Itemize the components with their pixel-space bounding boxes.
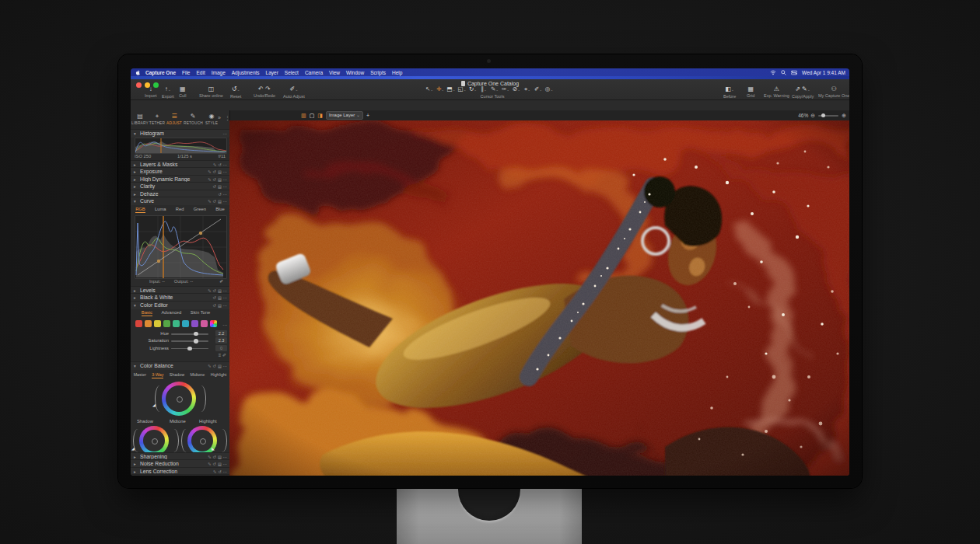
more-icon[interactable]: ⋯: [223, 364, 227, 368]
zoom-slider-knob[interactable]: [821, 113, 825, 117]
control-center-icon[interactable]: [791, 70, 797, 75]
reset-icon[interactable]: ↺: [218, 192, 221, 197]
zoom-slider[interactable]: [818, 115, 838, 117]
menu-item-select[interactable]: Select: [285, 70, 299, 75]
panel-header-vignetting[interactable]: ▸Vignetting ✎↺⋯: [131, 474, 229, 476]
highlight-wheel[interactable]: [187, 426, 217, 455]
lightness-slider-knob[interactable]: [187, 347, 192, 351]
menu-item-window[interactable]: Window: [346, 70, 364, 75]
curve-tab-luma[interactable]: Luma: [155, 207, 166, 213]
more-icon[interactable]: ⋯: [223, 131, 227, 136]
menu-item-view[interactable]: View: [329, 70, 340, 75]
shadow-wheel[interactable]: [139, 426, 169, 455]
more-icon[interactable]: ⋯: [223, 184, 227, 189]
reset-icon[interactable]: ↺: [213, 462, 216, 466]
swatch-more-icon[interactable]: ⋯: [222, 322, 227, 327]
pan-tool[interactable]: ✛⌄: [435, 85, 446, 94]
curve-picker-icon[interactable]: ✐: [219, 279, 223, 284]
compare-view-icon[interactable]: ◨: [317, 113, 323, 119]
wifi-icon[interactable]: [770, 70, 776, 75]
menu-item-scripts[interactable]: Scripts: [370, 70, 386, 75]
more-icon[interactable]: ⋯: [223, 169, 227, 174]
edit-icon[interactable]: ✎: [208, 462, 211, 466]
orientation-tool[interactable]: ⬒⌄: [446, 85, 457, 94]
rotate-tool[interactable]: ↻⌄: [467, 85, 478, 94]
more-icon[interactable]: ⋯: [223, 455, 227, 459]
hue-slider-knob[interactable]: [194, 332, 198, 337]
edit-icon[interactable]: ✎: [208, 455, 211, 459]
before-button[interactable]: ◧⌄Before: [723, 85, 736, 99]
cull-button[interactable]: ▦Cull: [179, 85, 186, 98]
levels-icon[interactable]: ≡: [219, 353, 222, 357]
saturation-slider-knob[interactable]: [194, 339, 198, 343]
more-icon[interactable]: ⋯: [223, 303, 227, 308]
saturation-slider[interactable]: [171, 340, 208, 342]
ce-tab-skin-tone[interactable]: Skin Tone: [191, 310, 210, 316]
hue-value[interactable]: 2.2: [215, 330, 227, 337]
edit-icon[interactable]: ✎: [208, 169, 211, 174]
cb-tab-midtone[interactable]: Midtone: [190, 372, 205, 378]
grid-button[interactable]: ▦Grid: [747, 85, 754, 98]
reset-icon[interactable]: ↺: [218, 162, 221, 167]
menu-item-layer[interactable]: Layer: [266, 70, 278, 75]
more-icon[interactable]: ⋯: [223, 177, 227, 182]
zoom-out-icon[interactable]: ⊖: [810, 113, 815, 119]
swatch-red[interactable]: [135, 320, 142, 327]
hue-slider[interactable]: [171, 333, 208, 335]
ce-tab-basic[interactable]: Basic: [142, 310, 152, 316]
crop-tool[interactable]: ◱⌄: [457, 85, 467, 94]
add-layer-button[interactable]: +: [366, 113, 369, 118]
reset-icon[interactable]: ↺: [213, 184, 216, 189]
swatch-green[interactable]: [163, 320, 170, 327]
reset-icon[interactable]: ↺: [213, 295, 216, 300]
curve-tab-blue[interactable]: Blue: [215, 207, 225, 213]
tab-adjust[interactable]: ☰ADJUST: [165, 112, 184, 125]
white-balance-picker-tool[interactable]: ⌖⌄: [522, 85, 533, 94]
heal-tool[interactable]: ✑⌄: [500, 85, 511, 94]
edit-icon[interactable]: ✎: [208, 199, 211, 204]
apple-menu-icon[interactable]: [135, 70, 140, 75]
menubar-clock[interactable]: Wed Apr 1 9:41 AM: [802, 70, 845, 75]
preset-icon[interactable]: ▤: [218, 199, 222, 204]
photo-canvas[interactable]: [229, 120, 849, 476]
edit-icon[interactable]: ✎: [208, 177, 211, 182]
annotate-tool[interactable]: ◎⌄: [544, 85, 555, 94]
swatch-yellow[interactable]: [154, 320, 161, 327]
more-icon[interactable]: ⋯: [223, 288, 227, 293]
panel-header-color-editor[interactable]: ▾Color Editor ↺▤⋯: [131, 301, 229, 309]
menu-item-image[interactable]: Image: [212, 70, 226, 75]
swatch-all-colors[interactable]: [210, 320, 217, 327]
select-tool[interactable]: ↖⌄: [424, 85, 435, 94]
auto-adjust-button[interactable]: ✐⌄Auto Adjust: [283, 85, 305, 99]
midtone-wheel[interactable]: [162, 382, 196, 416]
search-icon[interactable]: [781, 70, 786, 75]
preset-icon[interactable]: ▤: [218, 184, 222, 189]
copy-apply-button[interactable]: ⇗ ✎⌄Copy/Apply: [792, 85, 814, 99]
reset-icon[interactable]: ↺: [213, 303, 216, 308]
edit-icon[interactable]: ✎: [213, 469, 216, 474]
preset-icon[interactable]: ▤: [218, 295, 222, 300]
reset-icon[interactable]: ↺: [213, 455, 216, 459]
preset-icon[interactable]: ▤: [218, 177, 222, 182]
reset-icon[interactable]: ↺: [213, 364, 216, 368]
single-view-icon[interactable]: ▢: [310, 113, 315, 119]
exposure-warning-button[interactable]: ⚠Exp. Warning: [764, 85, 789, 98]
preset-icon[interactable]: ▤: [218, 303, 222, 308]
tab-retouch[interactable]: ✎RETOUCH: [184, 112, 202, 125]
menu-item-app[interactable]: Capture One: [145, 70, 176, 75]
lightness-value[interactable]: 0: [215, 345, 227, 351]
preset-icon[interactable]: ▤: [218, 288, 222, 293]
preset-icon[interactable]: ▤: [218, 462, 222, 466]
reset-icon[interactable]: ↺: [213, 169, 216, 174]
menu-item-adjustments[interactable]: Adjustments: [232, 70, 260, 75]
highlight-arc-marker[interactable]: ◣: [212, 446, 215, 451]
swatch-aqua[interactable]: [173, 320, 180, 327]
more-icon[interactable]: ⋯: [223, 295, 227, 300]
edit-icon[interactable]: ✎: [208, 288, 211, 293]
panel-header-curve[interactable]: ▾Curve ✎↺▤⋯: [131, 197, 229, 205]
more-icon[interactable]: ⋯: [223, 469, 227, 474]
tab-library[interactable]: ▤LIBRARY: [131, 112, 149, 125]
import-button[interactable]: ↓Import: [145, 85, 157, 98]
lightness-slider[interactable]: [171, 348, 208, 350]
draw-mask-tool[interactable]: ✎⌄: [489, 85, 500, 94]
